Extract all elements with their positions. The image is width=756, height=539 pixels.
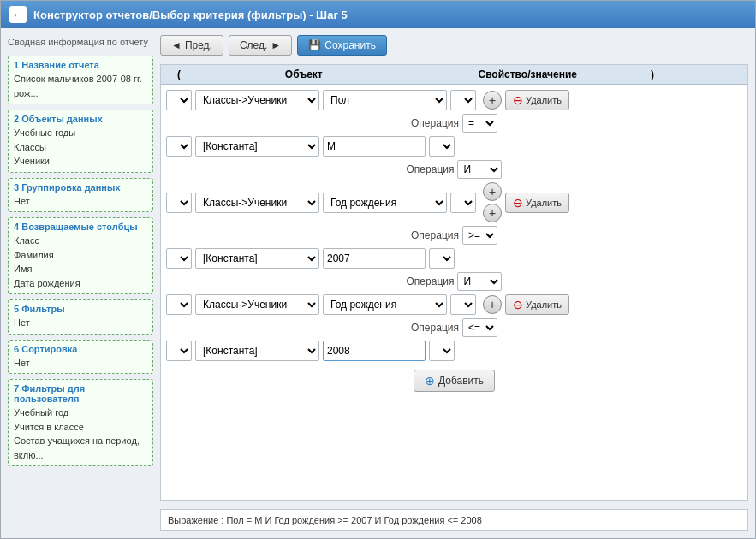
section-1-content: Список мальчиков 2007-08 гг. рож... (14, 72, 147, 100)
object-select-1[interactable]: Классы->Ученики (195, 90, 319, 110)
filter-row-5: ( Классы->Ученики Год рождения ) + (166, 294, 742, 315)
val-dropdown-2[interactable] (429, 248, 455, 269)
sidebar: Сводная информация по отчету 1 Название … (8, 35, 153, 531)
sidebar-section-4: 4 Возвращаемые столбцы КлассФамилияИмяДа… (8, 217, 153, 294)
val-dropdown-1[interactable] (429, 136, 455, 157)
main-window: ← Конструктор отчетов/Выбор критерия (фи… (0, 0, 756, 539)
paren-close-3[interactable]: ) (450, 192, 476, 213)
section-3-content: Нет (14, 194, 147, 209)
const-select-2[interactable]: [Константа] (195, 248, 319, 269)
section-4-title: 4 Возвращаемые столбцы (14, 222, 147, 232)
operation-row-2: Операция И ИЛИ (166, 160, 742, 179)
add-button-row: ⊕ Добавить (166, 370, 742, 392)
object-select-3[interactable]: Классы->Ученики (195, 192, 319, 213)
filter-row-3: ( Классы->Ученики Год рождения ) + + (166, 182, 742, 222)
paren-open-3[interactable]: ( (166, 192, 192, 213)
paren-open-1[interactable]: ( (166, 90, 192, 110)
property-select-3[interactable]: Год рождения (323, 192, 447, 213)
paren-close-5[interactable]: ) (450, 294, 476, 315)
prev-icon: ◄ (171, 39, 182, 51)
section-3-title: 3 Группировка данных (14, 182, 147, 192)
const-select-3[interactable]: [Константа] (195, 341, 319, 361)
operation-select-2[interactable]: И ИЛИ (457, 160, 502, 179)
paren-open-4[interactable]: ( (166, 248, 192, 269)
filter-row-2: ( [Константа] (166, 136, 742, 157)
section-5-title: 5 Фильтры (14, 304, 147, 314)
sidebar-section-7: 7 Фильтры для пользователя Учебный годУч… (8, 379, 153, 466)
add-button[interactable]: ⊕ Добавить (414, 370, 495, 392)
delete-icon-3: ⊖ (513, 196, 523, 210)
operation-row-5: Операция <= = >= (166, 318, 742, 337)
paren-open-6[interactable]: ( (166, 341, 192, 361)
value-input-1[interactable] (323, 136, 426, 157)
object-select-5[interactable]: Классы->Ученики (195, 294, 319, 315)
title-bar: ← Конструктор отчетов/Выбор критерия (фи… (1, 1, 755, 28)
right-panel: ◄ Пред. След. ► 💾 Сохранить ( Объект (160, 35, 748, 531)
row5-add-group: + (483, 295, 502, 314)
operation-select-1[interactable]: = != >= <= (462, 114, 497, 133)
value-input-3[interactable] (323, 341, 426, 361)
val-dropdown-3[interactable] (429, 341, 455, 361)
row1-actions: + ⊖ Удалить (479, 90, 569, 110)
row3-actions: + + ⊖ Удалить (479, 182, 569, 222)
filter-table: ( Объект Свойство/значение ) ( Классы->У… (160, 64, 748, 500)
row1-delete-button[interactable]: ⊖ Удалить (505, 90, 569, 110)
paren-open-2[interactable]: ( (166, 136, 192, 157)
toolbar: ◄ Пред. След. ► 💾 Сохранить (160, 35, 748, 56)
section-6-content: Нет (14, 356, 147, 370)
property-select-1[interactable]: Пол (323, 90, 447, 110)
next-icon: ► (271, 39, 281, 51)
header-property: Свойство/значение (416, 68, 640, 80)
row5-add-button[interactable]: + (483, 295, 502, 314)
delete-icon-5: ⊖ (513, 298, 523, 311)
expression-bar: Выражение : Пол = М И Год рождения >= 20… (160, 509, 748, 531)
operation-select-5[interactable]: <= = >= (462, 318, 497, 337)
paren-open-5[interactable]: ( (166, 294, 192, 315)
section-5-content: Нет (14, 316, 147, 330)
const-select-1[interactable]: [Константа] (195, 136, 319, 157)
paren-close-1[interactable]: ) (450, 90, 476, 110)
save-button[interactable]: 💾 Сохранить (297, 35, 387, 56)
section-6-title: 6 Сортировка (14, 344, 147, 354)
operation-select-4[interactable]: И ИЛИ (457, 272, 502, 291)
section-2-content: Учебные годыКлассыУченики (14, 126, 147, 169)
operation-row-1: Операция = != >= <= (166, 114, 742, 133)
back-icon[interactable]: ← (9, 6, 27, 23)
section-2-title: 2 Объекты данных (14, 114, 147, 124)
filter-table-header: ( Объект Свойство/значение ) (161, 65, 747, 85)
row5-actions: + ⊖ Удалить (479, 294, 569, 315)
filter-body: ( Классы->Ученики Пол ) + (161, 85, 747, 402)
row3-add-button-2[interactable]: + (483, 204, 502, 222)
sidebar-section-2: 2 Объекты данных Учебные годыКлассыУчени… (8, 110, 153, 173)
section-4-content: КлассФамилияИмяДата рождения (14, 234, 147, 290)
row1-add-group: + (483, 91, 502, 110)
header-close-paren: ) (640, 68, 665, 80)
header-open-paren: ( (166, 68, 192, 80)
row3-delete-button[interactable]: ⊖ Удалить (505, 192, 569, 213)
add-icon: ⊕ (425, 374, 435, 388)
filter-row-4: ( [Константа] (166, 248, 742, 269)
next-button[interactable]: След. ► (229, 35, 292, 56)
expression-text: Выражение : Пол = М И Год рождения >= 20… (168, 515, 482, 525)
sidebar-title: Сводная информация по отчету (8, 35, 153, 49)
row5-delete-button[interactable]: ⊖ Удалить (505, 294, 569, 315)
delete-icon-1: ⊖ (513, 93, 523, 107)
header-object: Объект (192, 68, 416, 80)
window-title: Конструктор отчетов/Выбор критерия (филь… (33, 9, 348, 21)
save-icon: 💾 (308, 39, 321, 51)
row3-add-button[interactable]: + (483, 182, 502, 201)
sidebar-section-3: 3 Группировка данных Нет (8, 178, 153, 213)
property-select-5[interactable]: Год рождения (323, 294, 447, 315)
sidebar-section-5: 5 Фильтры Нет (8, 299, 153, 335)
prev-button[interactable]: ◄ Пред. (160, 35, 223, 56)
row3-add-group: + + (483, 182, 502, 222)
operation-select-3[interactable]: >= = <= (462, 226, 497, 245)
sidebar-section-6: 6 Сортировка Нет (8, 340, 153, 375)
value-input-2[interactable] (323, 248, 426, 269)
operation-row-4: Операция И ИЛИ (166, 272, 742, 291)
section-7-content: Учебный годУчится в классеСостав учащихс… (14, 406, 147, 462)
filter-row-1: ( Классы->Ученики Пол ) + (166, 90, 742, 110)
sidebar-section-1: 1 Название отчета Список мальчиков 2007-… (8, 56, 153, 104)
row1-add-button[interactable]: + (483, 91, 502, 110)
section-1-title: 1 Название отчета (14, 60, 147, 70)
